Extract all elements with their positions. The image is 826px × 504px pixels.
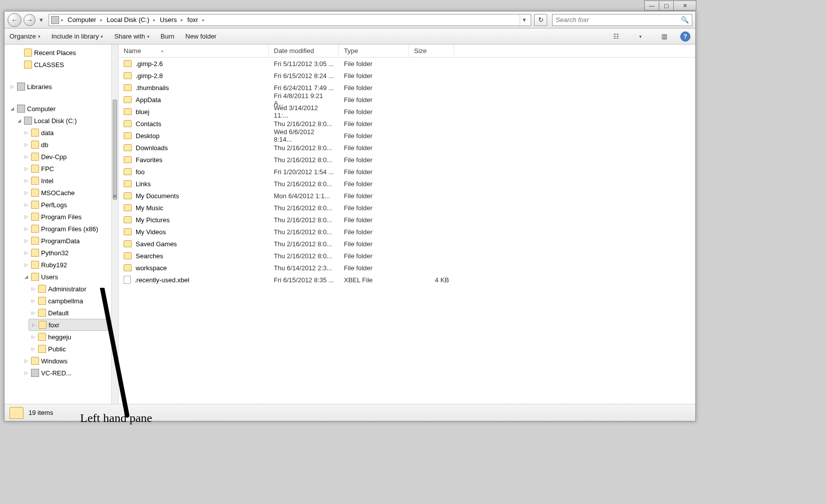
include-library-menu[interactable]: Include in library ▾: [52, 33, 104, 40]
expand-icon[interactable]: ▷: [24, 226, 29, 231]
tree-node-dev-cpp[interactable]: ▷Dev-Cpp: [22, 151, 111, 163]
file-row[interactable]: DesktopWed 6/6/2012 8:14...File folder: [119, 130, 695, 142]
expand-icon[interactable]: ▷: [24, 154, 29, 159]
expand-icon[interactable]: ▷: [24, 166, 29, 171]
expand-icon[interactable]: ◢: [17, 118, 22, 123]
forward-button[interactable]: →: [24, 14, 36, 26]
file-row[interactable]: workspaceThu 6/14/2012 2:3...File folder: [119, 262, 695, 274]
tree-node-default[interactable]: ▷Default: [29, 307, 111, 319]
expand-icon[interactable]: ◢: [10, 106, 15, 111]
tree-node-msocache[interactable]: ▷MSOCache: [22, 187, 111, 199]
file-row[interactable]: AppDataFri 4/8/2011 9:21 A...File folder: [119, 94, 695, 106]
expand-icon[interactable]: ▷: [31, 334, 36, 339]
expand-icon[interactable]: ▷: [24, 262, 29, 267]
chevron-right-icon[interactable]: ▸: [180, 17, 184, 23]
tree-node-program-files-x86-[interactable]: ▷Program Files (x86): [22, 223, 111, 235]
tree-node-campbellma[interactable]: ▷campbellma: [29, 295, 111, 307]
view-mode-button[interactable]: ☷: [611, 32, 621, 42]
column-type[interactable]: Type: [339, 45, 409, 57]
expand-icon[interactable]: ▷: [31, 298, 36, 303]
back-button[interactable]: ←: [8, 13, 22, 27]
tree-node-data[interactable]: ▷data: [22, 127, 111, 139]
tree-node-vc-red-[interactable]: ▷VC-RED...: [22, 367, 111, 379]
tree-node-ruby192[interactable]: ▷Ruby192: [22, 259, 111, 271]
file-row[interactable]: .gimp-2.8Fri 6/15/2012 8:24 ...File fold…: [119, 70, 695, 82]
expand-icon[interactable]: ▷: [24, 250, 29, 255]
expand-icon[interactable]: ◢: [24, 274, 29, 279]
history-dropdown[interactable]: ▾: [38, 13, 45, 27]
expand-icon[interactable]: ▷: [24, 202, 29, 207]
maximize-button[interactable]: ▢: [659, 1, 674, 11]
tree-node-programdata[interactable]: ▷ProgramData: [22, 235, 111, 247]
tree-node-administrator[interactable]: ▷Administrator: [29, 283, 111, 295]
refresh-button[interactable]: ↻: [534, 14, 547, 26]
breadcrumb-localdisk[interactable]: Local Disk (C:): [105, 15, 151, 25]
expand-icon[interactable]: ▷: [24, 370, 29, 375]
file-row[interactable]: ContactsThu 2/16/2012 8:0...File folder: [119, 118, 695, 130]
burn-button[interactable]: Burn: [161, 33, 174, 40]
expand-icon[interactable]: ▷: [24, 238, 29, 243]
breadcrumb-computer[interactable]: Computer: [66, 15, 98, 25]
minimize-button[interactable]: —: [644, 1, 659, 11]
chevron-down-icon[interactable]: ▾: [635, 32, 645, 42]
file-row[interactable]: My DocumentsMon 6/4/2012 1:1...File fold…: [119, 190, 695, 202]
tree-node-computer[interactable]: ◢Computer: [8, 103, 111, 115]
chevron-right-icon[interactable]: ▸: [60, 17, 65, 23]
tree-node-db[interactable]: ▷db: [22, 139, 111, 151]
breadcrumb-users[interactable]: Users: [158, 15, 179, 25]
search-input[interactable]: [556, 16, 681, 24]
tree-node-recent-places[interactable]: Recent Places: [15, 47, 111, 59]
expand-icon[interactable]: ▷: [24, 142, 29, 147]
file-row[interactable]: My VideosThu 2/16/2012 8:0...File folder: [119, 226, 695, 238]
tree-node-perflogs[interactable]: ▷PerfLogs: [22, 199, 111, 211]
organize-menu[interactable]: Organize ▾: [10, 33, 41, 40]
address-dropdown[interactable]: ▾: [520, 15, 529, 26]
chevron-right-icon[interactable]: ▸: [152, 17, 157, 23]
tree-node-classes[interactable]: CLASSES: [15, 59, 111, 71]
file-row[interactable]: My MusicThu 2/16/2012 8:0...File folder: [119, 202, 695, 214]
close-button[interactable]: ✕: [673, 1, 696, 11]
share-with-menu[interactable]: Share with ▾: [114, 33, 149, 40]
chevron-right-icon[interactable]: ▸: [201, 17, 206, 23]
tree-node-local-disk-c-[interactable]: ◢Local Disk (C:): [15, 115, 111, 127]
file-row[interactable]: bluejWed 3/14/2012 11:...File folder: [119, 106, 695, 118]
tree-node-users[interactable]: ◢Users: [22, 271, 111, 283]
address-bar[interactable]: ▸ Computer ▸ Local Disk (C:) ▸ Users ▸ f…: [49, 14, 531, 26]
expand-icon[interactable]: ▷: [31, 346, 36, 351]
file-row[interactable]: .recently-used.xbelFri 6/15/2012 8:35 ..…: [119, 274, 695, 286]
scrollbar-thumb[interactable]: [113, 100, 117, 200]
tree-node-libraries[interactable]: ▷Libraries: [8, 81, 111, 93]
chevron-right-icon[interactable]: ▸: [99, 17, 104, 23]
expand-icon[interactable]: ▷: [10, 84, 15, 89]
tree-node-public[interactable]: ▷Public: [29, 343, 111, 355]
help-button[interactable]: ?: [680, 32, 690, 42]
file-row[interactable]: fooFri 1/20/2012 1:54 ...File folder: [119, 166, 695, 178]
expand-icon[interactable]: ▷: [24, 358, 29, 363]
preview-pane-button[interactable]: ▥: [659, 32, 669, 42]
tree-node-python32[interactable]: ▷Python32: [22, 247, 111, 259]
expand-icon[interactable]: ▷: [31, 322, 37, 327]
tree-node-windows[interactable]: ▷Windows: [22, 355, 111, 367]
file-row[interactable]: SearchesThu 2/16/2012 8:0...File folder: [119, 250, 695, 262]
sidebar-scrollbar[interactable]: [111, 45, 118, 404]
breadcrumb-foxr[interactable]: foxr: [185, 15, 200, 25]
tree-node-intel[interactable]: ▷Intel: [22, 175, 111, 187]
tree-node-fpc[interactable]: ▷FPC: [22, 163, 111, 175]
file-row[interactable]: LinksThu 2/16/2012 8:0...File folder: [119, 178, 695, 190]
expand-icon[interactable]: ▷: [24, 178, 29, 183]
expand-icon[interactable]: ▷: [24, 214, 29, 219]
file-row[interactable]: .gimp-2.6Fri 5/11/2012 3:05 ...File fold…: [119, 58, 695, 70]
file-row[interactable]: DownloadsThu 2/16/2012 8:0...File folder: [119, 142, 695, 154]
expand-icon[interactable]: ▷: [24, 190, 29, 195]
column-size[interactable]: Size: [409, 45, 454, 57]
column-name[interactable]: Name ▴: [119, 45, 269, 57]
expand-icon[interactable]: ▷: [31, 310, 36, 315]
column-date[interactable]: Date modified: [269, 45, 339, 57]
file-row[interactable]: .thumbnailsFri 6/24/2011 7:49 ...File fo…: [119, 82, 695, 94]
tree-node-program-files[interactable]: ▷Program Files: [22, 211, 111, 223]
expand-icon[interactable]: ▷: [31, 286, 36, 291]
tree-node-foxr[interactable]: ▷foxr: [29, 319, 111, 331]
expand-icon[interactable]: ▷: [24, 130, 29, 135]
file-row[interactable]: Saved GamesThu 2/16/2012 8:0...File fold…: [119, 238, 695, 250]
search-box[interactable]: 🔍: [552, 14, 692, 26]
